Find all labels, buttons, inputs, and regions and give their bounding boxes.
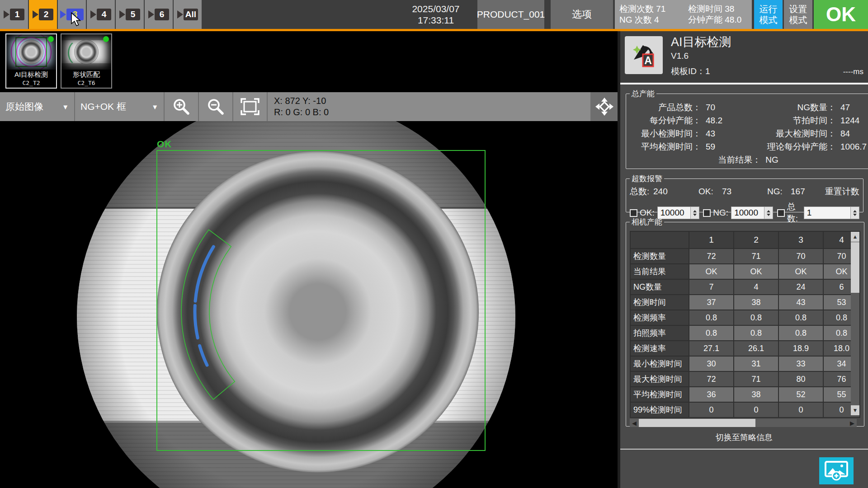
date-label: 2025/03/07 (397, 3, 475, 14)
scrollbar-thumb[interactable] (639, 419, 755, 427)
thumbnail-subtitle: C2_T2 (6, 80, 56, 87)
fit-view-button[interactable] (233, 92, 267, 121)
add-image-button[interactable] (819, 457, 854, 484)
thumbnail-image (6, 34, 56, 70)
count-alarm-section: 超数报警 总数: 240 OK: 73 NG: 167 重置计数 OK: (626, 174, 863, 212)
camera-tab-1[interactable]: 1 (0, 0, 28, 29)
toggle-brief-info-button[interactable]: 切换至简略信息 (620, 432, 868, 443)
stat-label: 最小检测时间： (630, 128, 701, 140)
time-label: 17:33:11 (397, 14, 475, 26)
svg-text:A: A (644, 55, 652, 66)
pixel-readout: X: 872 Y: -10 R: 0 G: 0 B: 0 (268, 92, 329, 121)
scroll-left-icon[interactable]: ◀ (630, 420, 639, 427)
table-cell: 0.8 (779, 326, 823, 340)
camera-tab-All[interactable]: All (174, 0, 202, 29)
thumbnail-title: AI目标检测 (6, 70, 56, 80)
table-cell: 18.9 (779, 341, 823, 356)
options-button[interactable]: 选项 (551, 0, 613, 29)
zoom-in-button[interactable] (165, 92, 198, 121)
thumbnail-shape-match[interactable]: 形状匹配 C2_T6 (61, 33, 112, 89)
total-limit-checkbox[interactable] (777, 209, 785, 217)
table-cell: 70 (779, 249, 823, 263)
setup-mode-button[interactable]: 设置模式 (784, 0, 812, 29)
scrollbar-thumb[interactable] (851, 242, 859, 293)
zoom-in-icon (172, 97, 191, 116)
camera-table-wrap: 1234检测数量72717070当前结果OKOKOKOKNG数量74246检测时… (630, 231, 860, 427)
pan-image-button[interactable] (591, 92, 618, 121)
scroll-right-icon[interactable]: ▶ (848, 420, 857, 427)
camera-tab-5[interactable]: 5 (116, 0, 144, 29)
stat-label: 产品总数： (630, 102, 701, 113)
vision-inspection-app: 123456All 2025/03/07 17:33:11 PRODUCT_00… (0, 0, 868, 488)
table-cell: 80 (779, 372, 823, 386)
camera-tab-4[interactable]: 4 (87, 0, 115, 29)
stat-NG 次数: NG 次数 4 (615, 15, 684, 25)
table-cell: 31 (734, 357, 778, 371)
camera-icon (90, 10, 96, 19)
table-row-label: 当前结果 (631, 264, 689, 279)
ng-limit-label: NG: (713, 208, 728, 218)
camera-tab-6[interactable]: 6 (145, 0, 173, 29)
camera-icon (4, 10, 9, 19)
overlay-mode-value: NG+OK 框 (80, 100, 126, 113)
camera-tab-3[interactable]: 3 (58, 0, 86, 29)
stat-value: 48.2 (701, 115, 747, 127)
total-stats-grid: 产品总数：70NG数量：47每分钟产能：48.2节拍时间：1244最小检测时间：… (630, 102, 867, 153)
table-horizontal-scrollbar[interactable]: ◀ ▶ (630, 419, 857, 427)
ai-detect-tool-icon: A (625, 36, 663, 74)
run-mode-button[interactable]: 运行模式 (754, 0, 783, 29)
camera-tab-2[interactable]: 2 (29, 0, 57, 29)
table-cell: 0.8 (734, 310, 778, 325)
fit-view-icon (240, 97, 260, 116)
table-cell: 24 (779, 280, 823, 294)
table-cell: 72 (689, 372, 733, 386)
camera-tab-label: 2 (39, 9, 53, 20)
section-title: 总产能 (630, 89, 656, 99)
zoom-out-button[interactable] (199, 92, 232, 121)
table-cell: OK (779, 264, 823, 279)
ng-count-label: NG: (767, 187, 791, 197)
stat-value: 70 (701, 102, 747, 113)
table-cell: 0.8 (734, 326, 778, 340)
scroll-down-icon[interactable]: ▼ (851, 405, 859, 415)
ng-limit-checkbox[interactable] (703, 209, 711, 217)
table-row-label: 拍照频率 (631, 326, 689, 340)
camera-tab-label: All (184, 9, 198, 20)
table-cell: 71 (734, 372, 778, 386)
thumbnail-ai-target-detect[interactable]: AI目标检测 C2_T2 (5, 33, 57, 89)
ok-limit-label: OK: (640, 208, 655, 218)
camera-tab-label: 4 (97, 9, 111, 20)
table-vertical-scrollbar[interactable]: ▲ ▼ (851, 232, 859, 415)
camera-stats-table: 1234检测数量72717070当前结果OKOKOKOKNG数量74246检测时… (630, 231, 860, 418)
reset-count-button[interactable]: 重置计数 (825, 186, 859, 197)
template-id-label: 模板ID：1 (671, 66, 710, 77)
stat-value: 84 (836, 128, 867, 140)
stat-检测次数: 检测次数 71 (615, 4, 684, 14)
product-name-button[interactable]: PRODUCT_001 (477, 0, 544, 29)
table-cell: 38 (734, 295, 778, 310)
table-cell: 30 (689, 357, 733, 371)
table-row-label: 99%检测时间 (631, 403, 689, 417)
overlay-mode-dropdown[interactable]: NG+OK 框 ▼ (75, 92, 164, 121)
zoom-out-icon (206, 97, 225, 116)
table-cell: OK (689, 264, 733, 279)
status-dot-green (48, 36, 54, 42)
image-viewport[interactable]: OK (0, 121, 618, 488)
chevron-down-icon: ▼ (151, 103, 158, 111)
viewer-toolbar: 原始图像 ▼ NG+OK 框 ▼ (0, 92, 618, 121)
overall-result-label: OK (826, 3, 856, 26)
image-source-dropdown[interactable]: 原始图像 ▼ (0, 92, 74, 121)
total-throughput-section: 总产能 产品总数：70NG数量：47每分钟产能：48.2节拍时间：1244最小检… (626, 89, 868, 169)
chevron-down-icon: ▼ (62, 103, 69, 111)
scroll-up-icon[interactable]: ▲ (851, 232, 859, 242)
camera-icon (148, 10, 154, 19)
table-cell: 26.1 (734, 341, 778, 356)
table-cell: 52 (779, 387, 823, 402)
cursor-position: X: 872 Y: -10 (274, 95, 329, 107)
alarm-counts-row: 总数: 240 OK: 73 NG: 167 重置计数 (630, 186, 859, 197)
divider (620, 83, 868, 84)
ok-limit-checkbox[interactable] (630, 209, 637, 217)
table-cell: 0.8 (689, 310, 733, 325)
stat-label: 最大检测时间： (747, 128, 836, 140)
pixel-rgb: R: 0 G: 0 B: 0 (274, 107, 329, 118)
